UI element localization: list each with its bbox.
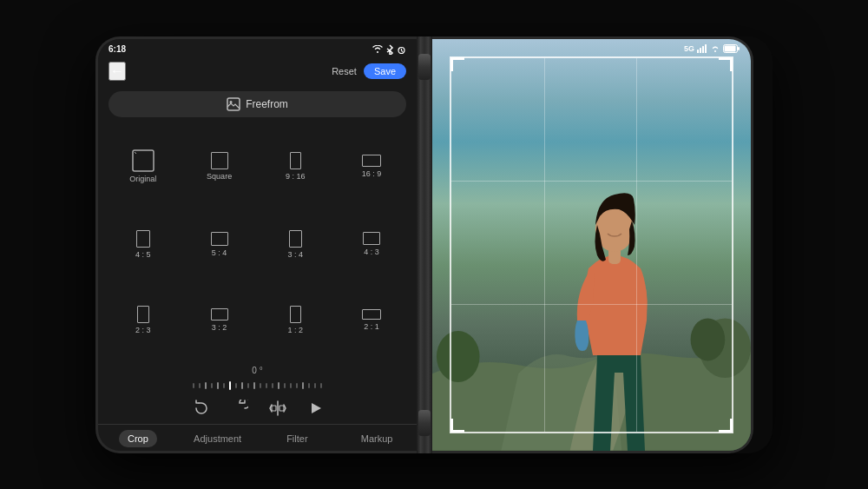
- slider-dot: [235, 383, 237, 388]
- aspect-ratio-grid: Original Square 9 : 16: [98, 122, 417, 362]
- slider-dot: [193, 383, 194, 388]
- reset-button[interactable]: Reset: [332, 66, 357, 76]
- slider-dot: [278, 382, 279, 389]
- wifi-icon-right: [710, 44, 720, 52]
- hinge-cap-bottom: [418, 410, 431, 436]
- slider-dot: [205, 382, 207, 389]
- status-icons-left: [372, 44, 406, 55]
- tab-markup-label: Markup: [361, 433, 393, 444]
- freeform-label: Freefrom: [246, 98, 288, 110]
- slider-dot: [314, 383, 316, 388]
- crop-corner-tr: [719, 57, 733, 71]
- battery-icon: [723, 44, 740, 53]
- right-phone: 5G: [432, 36, 753, 453]
- flip-horizontal-button[interactable]: [269, 400, 286, 417]
- aspect-icon-5-4: [211, 232, 228, 246]
- svg-line-2: [402, 50, 404, 51]
- rotation-section: 0 °: [98, 362, 417, 394]
- aspect-16-9[interactable]: 16 : 9: [333, 126, 410, 207]
- 5g-indicator: 5G: [684, 44, 694, 53]
- aspect-1-2[interactable]: 1 : 2: [258, 282, 334, 358]
- rotate-cw-icon: [231, 400, 248, 417]
- aspect-4-3[interactable]: 4 : 3: [333, 207, 410, 282]
- svg-rect-12: [705, 44, 707, 53]
- svg-line-6: [135, 152, 136, 154]
- slider-dot: [320, 383, 322, 388]
- aspect-2-3[interactable]: 2 : 3: [105, 282, 181, 358]
- rotation-slider[interactable]: [108, 379, 406, 393]
- aspect-icon-3-4: [289, 230, 302, 248]
- aspect-label-3-4: 3 : 4: [288, 250, 304, 259]
- tab-adjustment[interactable]: Adjustment: [178, 432, 258, 446]
- save-button[interactable]: Save: [364, 63, 406, 79]
- status-bar-right: 5G: [432, 39, 751, 56]
- aspect-label-9-16: 9 : 16: [286, 172, 306, 181]
- image-icon: [227, 97, 240, 111]
- flip-h-icon: [269, 400, 286, 417]
- aspect-3-4[interactable]: 3 : 4: [258, 207, 334, 282]
- aspect-icon-16-9: [362, 155, 381, 167]
- tab-markup[interactable]: Markup: [337, 432, 417, 446]
- slider-dot-center: [229, 381, 231, 390]
- aspect-label-4-3: 4 : 3: [364, 248, 379, 256]
- alarm-icon: [397, 45, 406, 54]
- aspect-icon-1-2: [290, 306, 301, 323]
- aspect-2-1[interactable]: 2 : 1: [333, 282, 410, 358]
- rotate-cw-button[interactable]: [231, 400, 248, 417]
- aspect-label-1-2: 1 : 2: [288, 326, 304, 334]
- slider-dot: [223, 383, 225, 388]
- svg-rect-7: [272, 406, 276, 411]
- aspect-square[interactable]: Square: [181, 126, 258, 207]
- bottom-tabs: Crop Adjustment Filter Markup: [98, 424, 417, 451]
- tab-filter[interactable]: Filter: [258, 432, 338, 446]
- aspect-original[interactable]: Original: [105, 126, 181, 207]
- aspect-icon-4-5: [136, 230, 150, 248]
- top-nav: ← Reset Save: [98, 58, 417, 86]
- slider-dot: [199, 383, 201, 388]
- signal-icon: [697, 44, 707, 53]
- back-button[interactable]: ←: [108, 62, 126, 81]
- transform-tools: [98, 394, 417, 424]
- device-wrapper: 6:18: [95, 36, 773, 453]
- aspect-9-16[interactable]: 9 : 16: [258, 126, 334, 207]
- svg-rect-10: [700, 48, 701, 53]
- svg-point-17: [437, 331, 480, 382]
- aspect-label-3-2: 3 : 2: [212, 323, 227, 332]
- aspect-label-5-4: 5 : 4: [212, 248, 227, 257]
- slider-dot: [308, 383, 310, 388]
- aspect-icon-2-1: [362, 309, 381, 320]
- aspect-icon-2-3: [137, 306, 149, 323]
- status-time: 6:18: [108, 44, 126, 54]
- svg-rect-3: [227, 98, 240, 110]
- tab-crop[interactable]: Crop: [98, 432, 178, 446]
- rotate-ccw-icon: [193, 400, 210, 417]
- dual-screen-device: 6:18: [95, 36, 773, 453]
- slider-dot: [266, 383, 267, 388]
- aspect-4-5[interactable]: 4 : 5: [105, 207, 181, 282]
- original-shape: [132, 149, 155, 172]
- bluetooth-icon: [385, 44, 394, 55]
- rotate-ccw-button[interactable]: [193, 400, 210, 417]
- freeform-icon: [227, 97, 240, 111]
- svg-rect-11: [702, 46, 704, 53]
- aspect-label-square: Square: [207, 172, 232, 181]
- aspect-5-4[interactable]: 5 : 4: [181, 207, 258, 282]
- freeform-selector[interactable]: Freefrom: [108, 91, 406, 117]
- aspect-3-2[interactable]: 3 : 2: [181, 282, 258, 358]
- slider-dot: [260, 383, 261, 388]
- slider-dot: [290, 383, 292, 388]
- slider-dot: [296, 383, 298, 388]
- tab-adjustment-label: Adjustment: [194, 433, 241, 444]
- aspect-label-4-5: 4 : 5: [135, 250, 151, 259]
- svg-point-19: [691, 318, 726, 360]
- wifi-icon: [372, 45, 383, 53]
- nav-actions: Reset Save: [332, 63, 406, 79]
- slider-dot: [241, 382, 243, 389]
- play-button[interactable]: [307, 400, 323, 416]
- tab-filter-label: Filter: [286, 433, 307, 444]
- phone-hinge: [417, 36, 432, 453]
- svg-rect-15: [724, 45, 735, 51]
- tab-crop-label: Crop: [119, 430, 157, 447]
- aspect-icon-4-3: [363, 232, 380, 245]
- svg-rect-8: [279, 406, 284, 411]
